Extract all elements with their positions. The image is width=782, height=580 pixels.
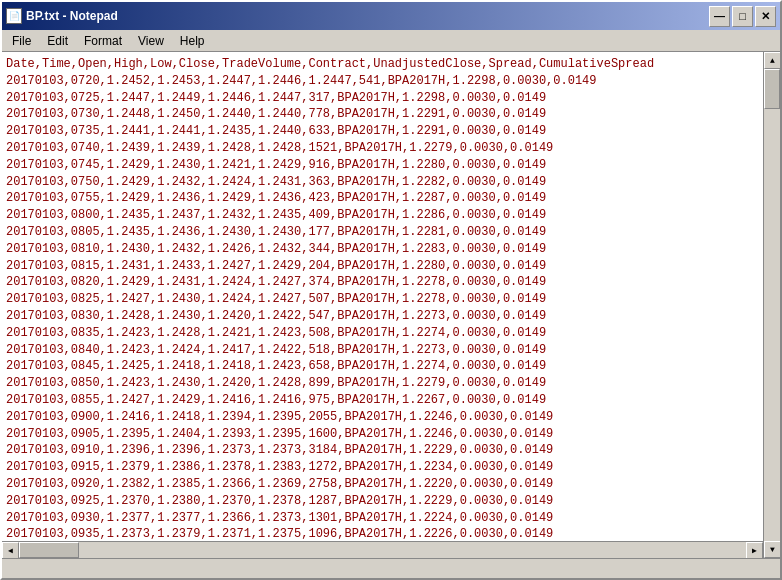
- close-button[interactable]: ✕: [755, 6, 776, 27]
- text-editor[interactable]: Date,Time,Open,High,Low,Close,TradeVolum…: [2, 52, 763, 541]
- scroll-left-button[interactable]: ◀: [2, 542, 19, 558]
- menu-bar: File Edit Format View Help: [2, 30, 780, 52]
- text-line: 20170103,0935,1.2373,1.2379,1.2371,1.237…: [6, 526, 759, 541]
- text-line: 20170103,0735,1.2441,1.2441,1.2435,1.244…: [6, 123, 759, 140]
- horizontal-scroll-track[interactable]: [19, 542, 746, 558]
- text-line: 20170103,0800,1.2435,1.2437,1.2432,1.243…: [6, 207, 759, 224]
- vertical-scrollbar[interactable]: ▲ ▼: [763, 52, 780, 558]
- text-line: 20170103,0810,1.2430,1.2432,1.2426,1.243…: [6, 241, 759, 258]
- text-line: 20170103,0825,1.2427,1.2430,1.2424,1.242…: [6, 291, 759, 308]
- maximize-button[interactable]: □: [732, 6, 753, 27]
- menu-help[interactable]: Help: [172, 32, 213, 50]
- text-line: 20170103,0920,1.2382,1.2385,1.2366,1.236…: [6, 476, 759, 493]
- horizontal-scrollbar[interactable]: ◀ ▶: [2, 541, 763, 558]
- text-line: 20170103,0900,1.2416,1.2418,1.2394,1.239…: [6, 409, 759, 426]
- window-title: BP.txt - Notepad: [26, 9, 118, 23]
- text-line: 20170103,0850,1.2423,1.2430,1.2420,1.242…: [6, 375, 759, 392]
- main-area: Date,Time,Open,High,Low,Close,TradeVolum…: [2, 52, 780, 558]
- text-line: 20170103,0750,1.2429,1.2432,1.2424,1.243…: [6, 174, 759, 191]
- text-line: 20170103,0740,1.2439,1.2439,1.2428,1.242…: [6, 140, 759, 157]
- scroll-right-button[interactable]: ▶: [746, 542, 763, 558]
- text-line: 20170103,0720,1.2452,1.2453,1.2447,1.244…: [6, 73, 759, 90]
- menu-edit[interactable]: Edit: [39, 32, 76, 50]
- scroll-down-button[interactable]: ▼: [764, 541, 780, 558]
- scroll-up-button[interactable]: ▲: [764, 52, 780, 69]
- text-line: 20170103,0845,1.2425,1.2418,1.2418,1.242…: [6, 358, 759, 375]
- menu-file[interactable]: File: [4, 32, 39, 50]
- minimize-button[interactable]: —: [709, 6, 730, 27]
- main-window: 📄 BP.txt - Notepad — □ ✕ File Edit Forma…: [0, 0, 782, 580]
- title-bar-left: 📄 BP.txt - Notepad: [6, 8, 118, 24]
- text-line: 20170103,0745,1.2429,1.2430,1.2421,1.242…: [6, 157, 759, 174]
- text-line: 20170103,0905,1.2395,1.2404,1.2393,1.239…: [6, 426, 759, 443]
- text-line: 20170103,0855,1.2427,1.2429,1.2416,1.241…: [6, 392, 759, 409]
- text-line: Date,Time,Open,High,Low,Close,TradeVolum…: [6, 56, 759, 73]
- app-icon: 📄: [6, 8, 22, 24]
- text-line: 20170103,0910,1.2396,1.2396,1.2373,1.237…: [6, 442, 759, 459]
- vertical-scroll-track[interactable]: [764, 69, 780, 541]
- text-line: 20170103,0835,1.2423,1.2428,1.2421,1.242…: [6, 325, 759, 342]
- text-line: 20170103,0915,1.2379,1.2386,1.2378,1.238…: [6, 459, 759, 476]
- menu-format[interactable]: Format: [76, 32, 130, 50]
- text-line: 20170103,0820,1.2429,1.2431,1.2424,1.242…: [6, 274, 759, 291]
- menu-view[interactable]: View: [130, 32, 172, 50]
- text-line: 20170103,0930,1.2377,1.2377,1.2366,1.237…: [6, 510, 759, 527]
- horizontal-scroll-thumb[interactable]: [19, 542, 79, 558]
- text-line: 20170103,0730,1.2448,1.2450,1.2440,1.244…: [6, 106, 759, 123]
- status-bar: [2, 558, 780, 578]
- title-bar: 📄 BP.txt - Notepad — □ ✕: [2, 2, 780, 30]
- text-line: 20170103,0805,1.2435,1.2436,1.2430,1.243…: [6, 224, 759, 241]
- inner-content: Date,Time,Open,High,Low,Close,TradeVolum…: [2, 52, 763, 558]
- text-line: 20170103,0725,1.2447,1.2449,1.2446,1.244…: [6, 90, 759, 107]
- window-controls: — □ ✕: [709, 6, 776, 27]
- text-line: 20170103,0840,1.2423,1.2424,1.2417,1.242…: [6, 342, 759, 359]
- text-line: 20170103,0815,1.2431,1.2433,1.2427,1.242…: [6, 258, 759, 275]
- vertical-scroll-thumb[interactable]: [764, 69, 780, 109]
- text-line: 20170103,0925,1.2370,1.2380,1.2370,1.237…: [6, 493, 759, 510]
- text-line: 20170103,0755,1.2429,1.2436,1.2429,1.243…: [6, 190, 759, 207]
- text-line: 20170103,0830,1.2428,1.2430,1.2420,1.242…: [6, 308, 759, 325]
